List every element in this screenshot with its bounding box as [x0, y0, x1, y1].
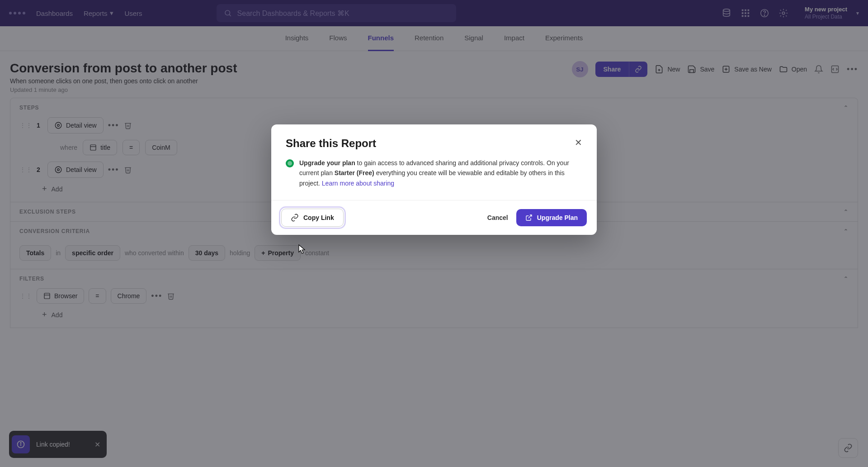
modal-title: Share this Report	[286, 137, 376, 150]
upgrade-notice: Upgrade your plan to gain access to adva…	[286, 158, 582, 188]
close-icon[interactable]: ✕	[575, 137, 582, 150]
upgrade-icon	[286, 159, 294, 167]
upgrade-plan-button[interactable]: Upgrade Plan	[516, 209, 587, 226]
cancel-button[interactable]: Cancel	[479, 210, 516, 226]
share-modal: Share this Report ✕ Upgrade your plan to…	[271, 124, 597, 235]
svg-line-32	[528, 215, 531, 218]
copy-link-button[interactable]: Copy Link	[281, 209, 344, 227]
learn-more-link[interactable]: Learn more about sharing	[322, 180, 394, 187]
